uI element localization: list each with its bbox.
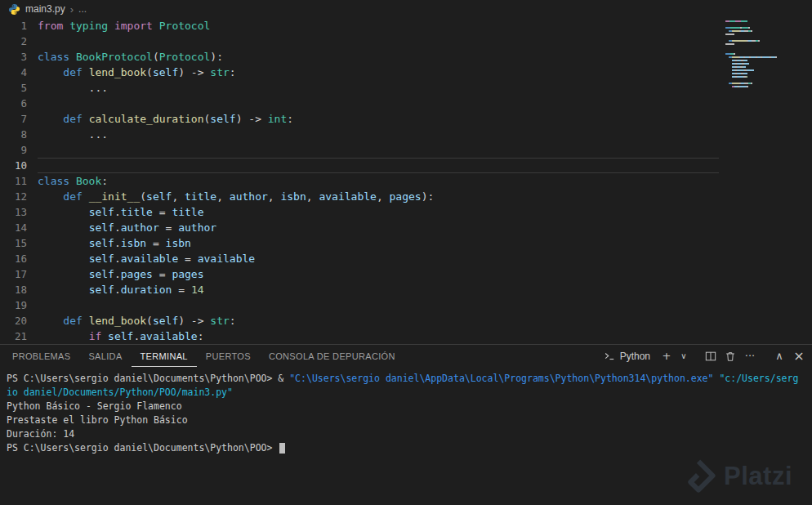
code-line[interactable]: 12 def __init__(self, title, author, isb… [0, 189, 812, 204]
breadcrumb-symbol-more[interactable]: ... [78, 3, 87, 15]
maximize-panel-button[interactable]: ∧ [771, 348, 787, 364]
code-token: self [153, 66, 178, 78]
code-line[interactable]: 21 if self.available: [0, 328, 812, 344]
terminal-output[interactable]: PS C:\Users\sergio daniel\Documents\Pyth… [0, 367, 812, 505]
code-line[interactable]: 1from typing import Protocol [0, 18, 812, 34]
code-token: self [89, 237, 114, 249]
code-text: self.pages = pages [38, 266, 719, 282]
code-line[interactable]: 16 self.available = available [0, 251, 812, 266]
breadcrumb[interactable]: main3.py › ... [0, 0, 812, 18]
code-token: . [114, 252, 121, 265]
code-token: def [63, 190, 88, 203]
panel-actions: Python + ∨ ··· ∧ × [599, 345, 807, 367]
code-token: available [198, 252, 255, 265]
code-line[interactable]: 20 def lend_book(self) -> str: [0, 313, 812, 328]
code-token: , [377, 190, 390, 203]
bottom-panel: PROBLEMASSALIDATERMINALPUERTOSCONSOLA DE… [0, 344, 812, 505]
code-line[interactable]: 19 [0, 297, 812, 313]
code-token: lend_book [89, 315, 146, 327]
line-number[interactable]: 6 [0, 96, 38, 111]
code-token: import [114, 20, 159, 32]
minimap[interactable] [725, 20, 781, 89]
code-line[interactable]: 8 ... [0, 127, 812, 142]
code-token: def [63, 315, 88, 327]
terminal-profile-button[interactable]: Python [599, 351, 655, 362]
kill-terminal-button[interactable] [722, 348, 738, 364]
line-number[interactable]: 3 [0, 49, 38, 65]
line-number[interactable]: 20 [0, 313, 38, 328]
line-number[interactable]: 4 [0, 65, 38, 80]
code-token: def [63, 113, 88, 125]
code-line[interactable]: 17 self.pages = pages [0, 266, 812, 282]
code-text [38, 34, 719, 49]
code-line[interactable]: 14 self.author = author [0, 220, 812, 235]
panel-tab-consola-de-depuraci-n[interactable]: CONSOLA DE DEPURACIÓN [260, 345, 404, 367]
line-number[interactable]: 7 [0, 111, 38, 127]
code-line[interactable]: 2 [0, 34, 812, 49]
code-token: def [63, 66, 88, 78]
close-panel-button[interactable]: × [791, 348, 807, 364]
code-line[interactable]: 9 [0, 142, 812, 158]
line-number[interactable]: 14 [0, 220, 38, 235]
code-token: ) -> [178, 66, 210, 78]
code-token: title [172, 206, 203, 218]
code-token: ): [210, 51, 223, 63]
line-number[interactable]: 15 [0, 235, 38, 251]
line-number[interactable]: 19 [0, 297, 38, 313]
code-text: self.duration = 14 [38, 282, 719, 297]
line-number[interactable]: 2 [0, 34, 38, 49]
code-editor[interactable]: 1from typing import Protocol23class Book… [0, 18, 812, 344]
panel-tab-terminal[interactable]: TERMINAL [132, 345, 197, 367]
line-number[interactable]: 10 [0, 158, 38, 173]
code-line[interactable]: 13 self.title = title [0, 204, 812, 220]
line-number[interactable]: 18 [0, 282, 38, 297]
code-text: ... [38, 127, 719, 142]
new-terminal-button[interactable]: + [658, 348, 675, 364]
code-line[interactable]: 6 [0, 96, 812, 111]
code-line[interactable]: 5 ... [0, 80, 812, 96]
code-line[interactable]: 15 self.isbn = isbn [0, 235, 812, 251]
code-line[interactable]: 10 [0, 158, 812, 173]
code-token: isbn [121, 237, 146, 249]
line-number[interactable]: 1 [0, 18, 38, 34]
panel-tab-puertos[interactable]: PUERTOS [197, 345, 260, 367]
code-token [38, 330, 89, 342]
panel-tabs: PROBLEMASSALIDATERMINALPUERTOSCONSOLA DE… [3, 345, 404, 367]
code-text [38, 96, 719, 111]
code-token: if [89, 330, 108, 342]
code-token: ( [146, 66, 153, 78]
code-token: lend_book [89, 66, 146, 78]
line-number[interactable]: 13 [0, 204, 38, 220]
code-token: ): [422, 190, 435, 203]
code-token: : [101, 175, 108, 187]
panel-tab-salida[interactable]: SALIDA [79, 345, 131, 367]
line-number[interactable]: 5 [0, 80, 38, 96]
code-token: ( [153, 51, 159, 63]
terminal-profile-label: Python [620, 351, 650, 362]
terminal-token: "C:\Users\sergio daniel\AppData\Local\Pr… [289, 373, 713, 384]
code-token: . [114, 206, 121, 218]
code-line[interactable]: 4 def lend_book(self) -> str: [0, 65, 812, 80]
line-number[interactable]: 12 [0, 189, 38, 204]
code-token: int [268, 113, 287, 125]
code-token [38, 221, 89, 234]
line-number[interactable]: 8 [0, 127, 38, 142]
more-actions-button[interactable]: ··· [742, 348, 758, 364]
line-number[interactable]: 17 [0, 266, 38, 282]
code-line[interactable]: 3class BookProtocol(Protocol): [0, 49, 812, 65]
line-number[interactable]: 11 [0, 173, 38, 189]
code-line[interactable]: 18 self.duration = 14 [0, 282, 812, 297]
code-token: , [268, 190, 281, 203]
code-token: = [153, 206, 172, 218]
line-number[interactable]: 16 [0, 251, 38, 266]
code-text: def lend_book(self) -> str: [38, 313, 719, 328]
code-line[interactable]: 11class Book: [0, 173, 812, 189]
line-number[interactable]: 9 [0, 142, 38, 158]
breadcrumb-filename[interactable]: main3.py [25, 3, 65, 15]
code-line[interactable]: 7 def calculate_duration(self) -> int: [0, 111, 812, 127]
line-number[interactable]: 21 [0, 328, 38, 344]
panel-tab-problemas[interactable]: PROBLEMAS [3, 345, 79, 367]
split-terminal-button[interactable] [703, 348, 719, 364]
terminal-dropdown-icon[interactable]: ∨ [678, 348, 689, 364]
code-token: self [89, 284, 114, 296]
